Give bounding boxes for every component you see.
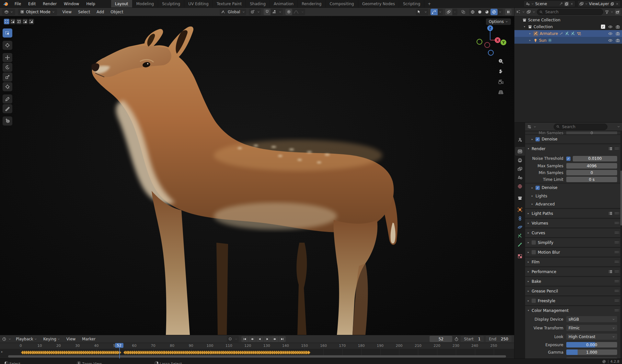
editor-type-selector[interactable] — [2, 9, 15, 15]
noise-threshold-value[interactable]: 0.0100 — [573, 156, 617, 161]
expand-arrow-icon[interactable]: ▸ — [528, 32, 532, 35]
panel-denoise[interactable]: ▸✓Denoise — [525, 135, 620, 143]
panel-grip-icon[interactable] — [615, 280, 619, 283]
previous-keyframe-button[interactable] — [249, 336, 256, 342]
properties-tab-bone[interactable] — [515, 240, 525, 249]
chevron-down-icon[interactable] — [498, 9, 503, 15]
panel-grip-icon[interactable] — [615, 147, 619, 150]
properties-search[interactable] — [554, 124, 607, 130]
checkbox[interactable]: ✓ — [536, 186, 540, 190]
properties-tab-collection[interactable] — [515, 193, 525, 202]
time-limit-value[interactable]: 0 s — [566, 177, 617, 182]
properties-tab-render[interactable] — [515, 147, 525, 156]
navigation-gizmo[interactable]: Z X Y — [476, 25, 505, 54]
xray-toggle[interactable] — [460, 9, 467, 15]
tool-annotate[interactable] — [3, 94, 12, 104]
min-samples-value[interactable]: 0 — [566, 170, 617, 175]
prop-row-min-samples-clipped[interactable]: Min Samples0 — [525, 131, 620, 134]
tool-scale[interactable] — [3, 72, 12, 82]
panel-grip-icon[interactable] — [615, 260, 619, 263]
deer-model[interactable] — [0, 16, 514, 335]
current-frame-indicator[interactable]: 52 — [115, 343, 123, 348]
panel-grip-icon[interactable] — [615, 309, 619, 312]
workspace-tab-scripting[interactable]: Scripting — [399, 0, 424, 7]
outliner-filter-images-icon[interactable] — [526, 10, 531, 14]
camera-toggle-icon[interactable] — [616, 31, 620, 36]
select-mode-subtract[interactable] — [16, 19, 22, 24]
prop-display-device[interactable]: Display DevicesRGB — [525, 315, 620, 324]
topbar-menu-window[interactable]: Window — [60, 0, 83, 7]
pin-icon[interactable] — [559, 2, 563, 6]
topbar-menu-help[interactable]: Help — [83, 0, 98, 7]
panel-freestyle[interactable]: ▸Freestyle — [525, 296, 620, 305]
display-device-dropdown[interactable]: sRGB — [566, 316, 617, 322]
panel-grip-icon[interactable] — [615, 251, 619, 254]
panel-grease-pencil[interactable]: ▸Grease Pencil — [525, 287, 620, 295]
viewport-menu-object[interactable]: Object — [108, 8, 126, 16]
checkbox[interactable]: ✓ — [536, 137, 540, 141]
properties-tab-physics[interactable] — [515, 223, 525, 231]
prop-time-limit[interactable]: Time Limit0 s — [525, 176, 620, 183]
preset-menu-icon[interactable] — [608, 211, 613, 215]
proportional-editing-toggle[interactable] — [285, 9, 292, 15]
tool-measure[interactable] — [3, 104, 12, 113]
play-reverse-button[interactable] — [256, 336, 263, 342]
zoom-view-icon[interactable] — [498, 58, 504, 64]
prop-gamma[interactable]: Gamma1.000 — [525, 348, 620, 356]
timeline-scrollbar[interactable] — [8, 355, 506, 358]
panel-grip-icon[interactable] — [615, 290, 619, 292]
properties-editor-icon[interactable] — [527, 125, 532, 129]
look-dropdown[interactable]: High Contrast — [566, 334, 617, 340]
prop-noise-threshold[interactable]: Noise Threshold✓0.0100 — [525, 153, 620, 162]
viewport-menu-select[interactable]: Select — [75, 8, 93, 16]
frame-start-field[interactable]: Start 1 — [461, 336, 484, 342]
viewlayer-selector[interactable]: ViewLayer — [577, 0, 621, 7]
panel-motion-blur[interactable]: ▸Motion Blur — [525, 248, 620, 257]
checkbox[interactable] — [532, 250, 536, 254]
prop-look[interactable]: LookHigh Contrast — [525, 332, 620, 341]
workspace-tab-shading[interactable]: Shading — [246, 0, 270, 7]
timeline-collapse-arrow[interactable]: ▸ — [1, 350, 3, 353]
tool-transform[interactable] — [3, 82, 12, 91]
properties-tab-data[interactable] — [515, 231, 525, 240]
visibility-dropdown[interactable] — [416, 9, 423, 15]
shading-rendered-button[interactable] — [490, 9, 498, 15]
add-workspace-button[interactable]: + — [424, 0, 434, 7]
chevron-down-icon[interactable] — [278, 9, 283, 15]
gizmo-axis-y-neg[interactable] — [477, 39, 482, 45]
properties-tab-texture[interactable] — [515, 252, 525, 260]
camera-view-icon[interactable] — [498, 79, 504, 85]
new-collection-button[interactable] — [615, 9, 620, 15]
close-icon[interactable] — [616, 2, 619, 6]
panel-grip-icon[interactable] — [615, 299, 619, 302]
show-gizmo-toggle[interactable] — [431, 9, 438, 15]
panel-light-paths[interactable]: ▸Light Paths — [525, 209, 620, 218]
select-mode-extend[interactable] — [10, 19, 16, 24]
properties-tab-constraints[interactable] — [515, 214, 525, 223]
shading-wireframe-button[interactable] — [469, 9, 476, 15]
timeline-track-area[interactable]: 0102030405060708090100110120130140150160… — [0, 343, 514, 358]
checkbox[interactable] — [532, 240, 536, 245]
max-samples-value[interactable]: 4096 — [566, 163, 617, 169]
chevron-down-icon[interactable] — [611, 11, 613, 13]
options-button[interactable]: Options — [486, 18, 511, 25]
timeline-menu-keying[interactable]: Keying — [40, 336, 63, 343]
viewport-menu-add[interactable]: Add — [94, 8, 107, 16]
filter-funnel-icon[interactable] — [605, 10, 609, 14]
workspace-tab-uv-editing[interactable]: UV Editing — [184, 0, 213, 7]
gizmo-axis-z-neg[interactable] — [488, 50, 494, 56]
timeline-menu-view[interactable]: View — [63, 336, 78, 343]
pause-render-button[interactable] — [505, 9, 512, 15]
outliner-row-collection[interactable]: ▾Collection✓ — [514, 23, 622, 30]
copy-icon[interactable] — [610, 2, 614, 6]
panel-lights[interactable]: ▸Lights — [525, 192, 620, 200]
select-mode-invert[interactable] — [22, 19, 28, 24]
chevron-down-icon[interactable] — [423, 9, 428, 15]
panel-bake[interactable]: ▸Bake — [525, 277, 620, 286]
eye-toggle-icon[interactable] — [608, 38, 613, 43]
chevron-down-icon[interactable] — [533, 11, 535, 13]
panel-grip-icon[interactable] — [615, 212, 619, 215]
panel-simplify[interactable]: ▸Simplify — [525, 238, 620, 247]
properties-scrollbar[interactable] — [620, 132, 622, 357]
chevron-down-icon[interactable] — [522, 11, 525, 13]
